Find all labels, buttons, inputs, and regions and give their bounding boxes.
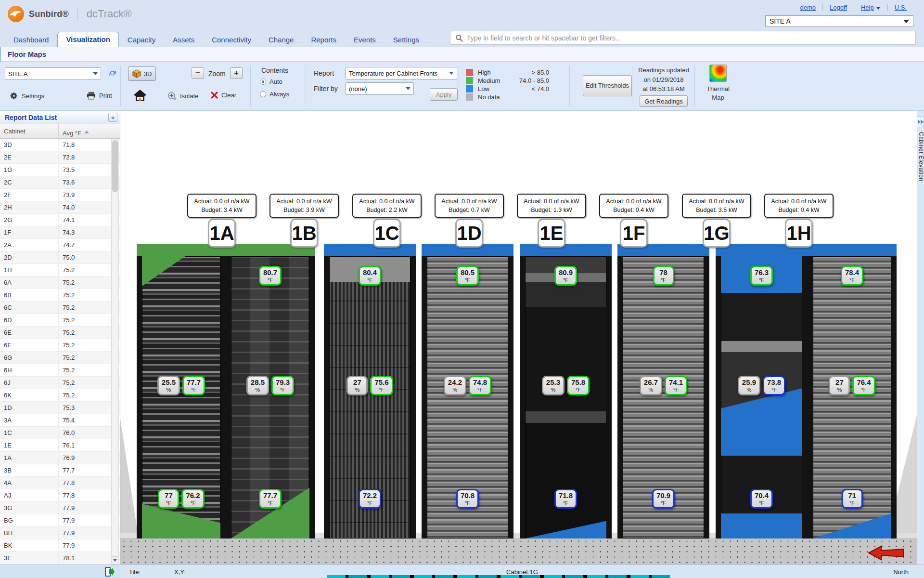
- table-row[interactable]: 1A76.9: [0, 452, 120, 464]
- table-row[interactable]: 6C75.2: [0, 302, 120, 314]
- cabinet-1b[interactable]: 80.7°F28.5%79.3°F77.7°F: [226, 244, 315, 539]
- tab-events[interactable]: Events: [345, 32, 385, 47]
- table-row[interactable]: 6D75.2: [0, 314, 120, 327]
- table-scrollbar[interactable]: [111, 139, 119, 556]
- table-row[interactable]: 1H75.2: [0, 264, 120, 276]
- table-row[interactable]: 6G75.2: [0, 352, 120, 364]
- scrollbar-thumb[interactable]: [112, 140, 118, 192]
- tab-dashboard[interactable]: Dashboard: [5, 32, 57, 47]
- cabinet-tag-1h[interactable]: 1H: [785, 219, 813, 248]
- cabinet-tag-1d[interactable]: 1D: [455, 219, 483, 248]
- table-row[interactable]: 4A77.8: [0, 477, 120, 489]
- print-button[interactable]: Print: [87, 92, 112, 100]
- contents-always-radio[interactable]: Always: [260, 91, 289, 98]
- table-row[interactable]: 3E78.1: [0, 552, 120, 565]
- table-row[interactable]: 6J75.2: [0, 377, 120, 389]
- cabinet-1g[interactable]: 76.3°F25.9%73.8°F70.4°F: [716, 244, 808, 539]
- apply-button[interactable]: Apply: [430, 88, 458, 101]
- table-row[interactable]: 2A74.7: [0, 239, 120, 251]
- table-row[interactable]: 6F75.2: [0, 339, 120, 352]
- cabinet-1a[interactable]: 25.5%77.7°F77°F76.2°F: [137, 244, 226, 539]
- cabinet-1h[interactable]: 78.4°F27%76.4°F71°F: [808, 244, 897, 539]
- cell-cabinet: 6D: [0, 314, 59, 326]
- cabinet-tag-1g[interactable]: 1G: [703, 219, 731, 248]
- table-row[interactable]: 6K75.2: [0, 389, 120, 402]
- table-row[interactable]: 6B75.2: [0, 289, 120, 302]
- table-row[interactable]: 2G74.1: [0, 214, 120, 226]
- header-link-help[interactable]: Help: [854, 4, 887, 11]
- cabinet-tag-1b[interactable]: 1B: [290, 219, 318, 248]
- table-row[interactable]: 6E75.2: [0, 327, 120, 339]
- scrollbar-down-button[interactable]: [111, 556, 119, 565]
- export-button[interactable]: [105, 567, 115, 578]
- cabinet-tag-1f[interactable]: 1F: [620, 219, 648, 248]
- tab-connectivity[interactable]: Connectivity: [203, 32, 260, 47]
- table-row[interactable]: 1G73.5: [0, 164, 120, 176]
- cabinet-tag-1a[interactable]: 1A: [208, 219, 236, 248]
- table-row[interactable]: 3A75.4: [0, 414, 120, 427]
- table-row[interactable]: 2C73.6: [0, 176, 120, 189]
- collapse-panel-button[interactable]: «: [108, 113, 117, 122]
- view-3d-button[interactable]: 3D: [128, 66, 156, 81]
- refresh-icon[interactable]: [107, 67, 118, 80]
- cabinet-tag-1c[interactable]: 1C: [373, 219, 401, 248]
- tab-capacity[interactable]: Capacity: [119, 32, 164, 47]
- table-row[interactable]: 3G77.9: [0, 502, 120, 514]
- contents-auto-radio[interactable]: Auto: [260, 78, 282, 85]
- header-link-us[interactable]: U.S.: [888, 4, 913, 11]
- thermal-map-button[interactable]: Thermal Map: [704, 65, 732, 102]
- table-row[interactable]: 2H74.0: [0, 201, 120, 214]
- table-row[interactable]: 3D71.8: [0, 139, 120, 151]
- table-row[interactable]: BH77.9: [0, 527, 120, 539]
- cabinet-1d[interactable]: 80.5°F24.2%74.8°F70.8°F: [422, 244, 513, 539]
- get-readings-button[interactable]: Get Readings: [640, 95, 688, 107]
- cabinet-1f[interactable]: 78°F26.7%74.1°F70.9°F: [617, 244, 709, 539]
- tab-reports[interactable]: Reports: [302, 32, 345, 47]
- table-row[interactable]: 6A75.2: [0, 276, 120, 289]
- table-row[interactable]: 2F73.9: [0, 189, 120, 201]
- table-row[interactable]: 1D75.3: [0, 402, 120, 414]
- zoom-out-button[interactable]: −: [192, 67, 204, 79]
- table-row[interactable]: AJ77.8: [0, 489, 120, 502]
- tab-assets[interactable]: Assets: [164, 32, 203, 47]
- column-header-avg[interactable]: Avg °F: [59, 124, 120, 138]
- tab-change[interactable]: Change: [260, 32, 303, 47]
- zoom-in-button[interactable]: +: [230, 67, 243, 79]
- expand-elevation-icon[interactable]: [917, 117, 924, 127]
- cell-cabinet: 3G: [0, 502, 59, 514]
- filter-by-select[interactable]: (none): [346, 82, 414, 95]
- table-row[interactable]: 1F74.3: [0, 226, 120, 239]
- clear-button[interactable]: Clear: [211, 92, 236, 99]
- cabinet-elevation-tab[interactable]: Cabinet Elevation: [918, 132, 924, 182]
- header-link-logoff[interactable]: Logoff: [823, 4, 854, 11]
- cabinet-tag-1e[interactable]: 1E: [538, 219, 565, 248]
- column-header-cabinet[interactable]: Cabinet: [0, 124, 59, 138]
- settings-button[interactable]: Settings: [10, 92, 44, 100]
- global-search[interactable]: [450, 31, 916, 45]
- table-row[interactable]: 2D75.0: [0, 251, 120, 264]
- table-row[interactable]: 1C76.0: [0, 427, 120, 439]
- search-input[interactable]: [467, 34, 911, 42]
- site-select-top[interactable]: SITE A: [765, 15, 913, 27]
- edit-thresholds-button[interactable]: Edit Thresholds: [583, 75, 632, 96]
- table-row[interactable]: BK77.9: [0, 539, 120, 552]
- floor-map-canvas[interactable]: Actual: 0.0 of n/a kWBudget: 3.4 kW1A25.…: [120, 111, 917, 565]
- tab-visualization[interactable]: Visualization: [57, 32, 118, 47]
- tab-settings[interactable]: Settings: [385, 32, 428, 47]
- table-row[interactable]: 3B77.7: [0, 464, 120, 477]
- header-link-demo[interactable]: demo: [794, 4, 823, 11]
- bottom-badge-row: 71.8°F: [520, 489, 612, 509]
- table-row[interactable]: BG77.9: [0, 514, 120, 527]
- table-row[interactable]: 6H75.2: [0, 364, 120, 377]
- home-view-button[interactable]: [133, 89, 147, 104]
- floor-map-site-select[interactable]: SITE A: [5, 67, 101, 80]
- actual-power-text: Actual: 0.0 of n/a kW: [520, 197, 583, 206]
- table-row[interactable]: 2E72.8: [0, 151, 120, 164]
- report-select[interactable]: Temperature per Cabinet Fronts: [346, 67, 457, 79]
- cabinet-1c[interactable]: 80.4°F27%75.6°F72.2°F: [324, 244, 416, 539]
- cell-cabinet: 3A: [0, 414, 59, 426]
- temp-badge: 75.6°F: [370, 376, 393, 395]
- isolate-button[interactable]: Isolate: [167, 92, 198, 101]
- cabinet-1e[interactable]: 80.9°F25.3%75.8°F71.8°F: [520, 244, 612, 539]
- table-row[interactable]: 1E76.1: [0, 439, 120, 452]
